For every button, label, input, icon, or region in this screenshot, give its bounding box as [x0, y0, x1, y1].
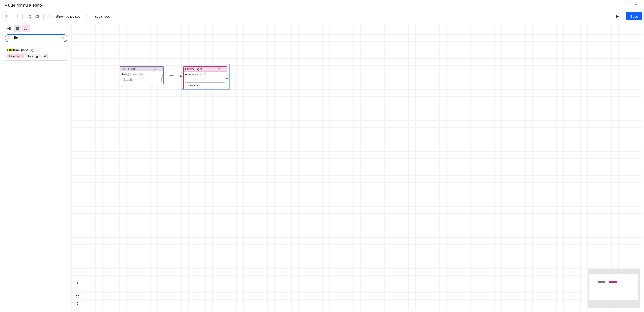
toolbar-divider: [43, 14, 44, 19]
svg-point-11: [224, 68, 224, 68]
show-evaluation-toggle[interactable]: [47, 15, 54, 18]
edge: [163, 74, 184, 78]
plus-icon: [76, 281, 79, 285]
node-edit-button[interactable]: [154, 67, 157, 70]
close-icon: [62, 36, 65, 40]
search-input[interactable]: [13, 36, 59, 40]
zoom-out-button[interactable]: [74, 286, 81, 294]
play-icon: [615, 14, 620, 19]
lock-icon: [76, 302, 79, 306]
svg-point-9: [160, 70, 160, 70]
run-button[interactable]: [615, 14, 620, 19]
filter-tab-source[interactable]: [14, 25, 21, 32]
svg-point-1: [29, 15, 30, 16]
minimap-viewport: [590, 274, 638, 300]
node-source-path[interactable]: Source path Path (required): [120, 66, 164, 84]
minimap-node: [609, 282, 617, 283]
kebab-icon: [158, 67, 162, 70]
layout-icon: [26, 14, 31, 19]
toolbar-divider: [22, 14, 23, 19]
undo-icon: [6, 14, 10, 19]
field-label: Date: [185, 73, 190, 76]
svg-point-0: [27, 15, 28, 16]
svg-point-5: [8, 37, 10, 39]
transform-icon: [24, 26, 28, 30]
svg-rect-3: [29, 17, 30, 18]
zoom-in-button[interactable]: [74, 280, 81, 286]
node-badge: Transform: [185, 84, 199, 88]
minus-icon: [76, 288, 79, 292]
svg-point-7: [160, 68, 160, 68]
filter-tabs: All: [4, 25, 68, 32]
modal-header: Value formula editor: [0, 0, 644, 10]
kebab-icon: [222, 68, 225, 71]
svg-point-12: [224, 69, 224, 69]
help-icon[interactable]: [31, 48, 35, 52]
add-node-icon: [35, 14, 40, 19]
node-title: Lifetime (age): [185, 68, 216, 71]
show-evaluation-label: Show evaluation: [56, 14, 82, 18]
field-label: Path: [122, 73, 127, 76]
port-output[interactable]: [162, 75, 164, 76]
required-label: (required): [128, 73, 139, 76]
port-output[interactable]: [226, 78, 228, 79]
node-date-input[interactable]: [185, 77, 225, 82]
info-icon[interactable]: [204, 73, 206, 76]
toolbar-divider: [623, 14, 623, 19]
node-path-input[interactable]: [122, 77, 162, 82]
svg-point-2: [27, 17, 28, 18]
badge-transform: Transform: [7, 54, 24, 58]
svg-point-13: [224, 70, 224, 70]
info-icon[interactable]: [140, 73, 143, 76]
advanced-toggle[interactable]: [86, 15, 92, 18]
filter-tab-all[interactable]: All: [4, 25, 13, 32]
edit-icon: [154, 67, 157, 70]
search-result-item[interactable]: Lifetime (age) Transform Uncategorized: [4, 46, 68, 60]
lock-button[interactable]: [74, 300, 81, 307]
add-node-button[interactable]: [35, 14, 40, 19]
value-formula-editor: Value formula editor Show evaluat: [0, 0, 644, 312]
port-input[interactable]: [183, 78, 184, 79]
redo-button[interactable]: [14, 14, 19, 19]
minimap-node: [598, 282, 605, 283]
required-label: (required): [192, 73, 202, 76]
close-icon: [634, 3, 638, 7]
search-container: [4, 34, 68, 42]
svg-point-8: [160, 68, 160, 69]
node-title: Source path: [122, 67, 152, 70]
advanced-label: advanced: [94, 14, 110, 18]
filter-tab-transform[interactable]: [22, 25, 30, 32]
fit-icon: [76, 295, 79, 299]
canvas[interactable]: Source path Path (required): [71, 24, 642, 310]
badge-uncategorized: Uncategorized: [25, 54, 48, 58]
node-menu-button[interactable]: [222, 68, 225, 71]
search-icon: [7, 36, 12, 40]
zoom-controls: [74, 280, 81, 307]
node-edit-button[interactable]: [218, 68, 221, 71]
clear-search-button[interactable]: [61, 36, 66, 40]
save-button[interactable]: Save: [626, 12, 642, 20]
edit-icon: [218, 68, 221, 71]
toolbar: Show evaluation advanced Save: [0, 10, 644, 23]
minimap[interactable]: [588, 269, 640, 308]
node-lifetime-age[interactable]: Lifetime (age) Date (required) Transform: [183, 66, 227, 89]
svg-rect-4: [36, 15, 38, 18]
svg-rect-15: [76, 304, 78, 305]
list-icon: [15, 26, 20, 30]
redo-icon: [14, 14, 19, 19]
modal-title: Value formula editor: [4, 3, 43, 8]
node-menu-button[interactable]: [158, 67, 162, 70]
sidebar: All Lifetime (age): [0, 23, 71, 312]
result-title: Lifetime (age): [7, 48, 30, 52]
layout-button[interactable]: [26, 14, 32, 19]
undo-button[interactable]: [5, 14, 10, 19]
close-button[interactable]: [633, 2, 639, 8]
fit-view-button[interactable]: [74, 294, 81, 300]
